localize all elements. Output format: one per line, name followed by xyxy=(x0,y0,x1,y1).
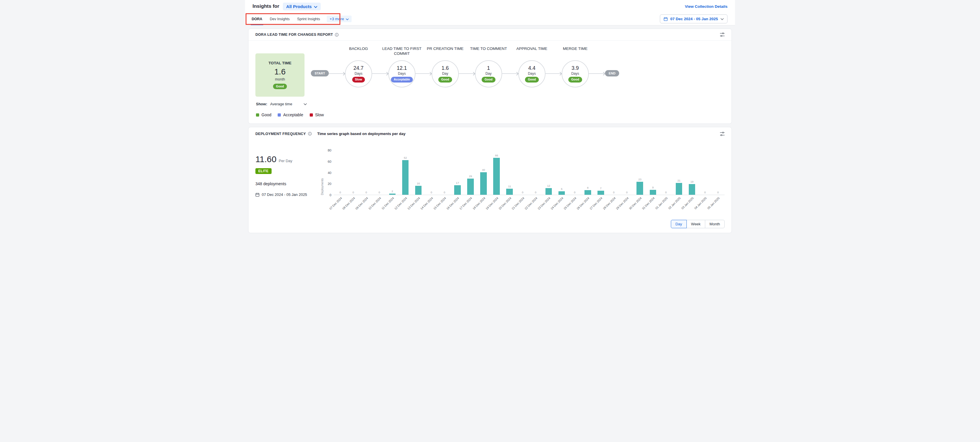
granularity-month-button[interactable]: Month xyxy=(705,220,725,228)
calendar-icon xyxy=(663,17,668,21)
bar-slot: 2330 Dec 2024 xyxy=(633,151,646,195)
stage-unit: Days xyxy=(571,71,579,76)
stage-circle[interactable]: 4.4DaysGood xyxy=(518,60,546,87)
bar-value-label: 8 xyxy=(587,186,589,189)
bar-value-label: 0 xyxy=(379,191,380,194)
bar-value-label: 66 xyxy=(495,154,498,157)
stage-label: BACKLOG xyxy=(337,46,380,60)
flow-arrow xyxy=(415,73,432,74)
bar-value-label: 29 xyxy=(469,174,472,178)
stage-circle[interactable]: 1.6DayGood xyxy=(432,60,459,87)
stage-circle[interactable]: 24.7DaysSlow xyxy=(345,60,372,87)
total-time-label: TOTAL TIME xyxy=(269,61,291,65)
show-metric-selector[interactable]: Average time xyxy=(270,102,307,106)
widget-settings-icon[interactable] xyxy=(720,132,725,136)
bar-value-label: 12 xyxy=(547,184,550,187)
bar-slot: 624 Dec 2024 xyxy=(555,151,568,195)
info-icon[interactable] xyxy=(308,132,312,136)
deployment-bar[interactable] xyxy=(454,185,461,195)
bar-value-label: 0 xyxy=(535,191,536,194)
legend-swatch xyxy=(256,113,259,117)
deployment-title-text: DEPLOYMENT FREQUENCY xyxy=(255,132,306,136)
flow-arrow xyxy=(502,73,518,74)
info-icon[interactable] xyxy=(335,33,339,36)
tab-dev-insights[interactable]: Dev Insights xyxy=(266,13,294,25)
stage-badge: Good xyxy=(482,77,495,82)
lead-time-legend: GoodAcceptableSlow xyxy=(256,112,725,117)
bar-value-label: 23 xyxy=(638,178,641,181)
stage-lead-time-to-first-commit[interactable]: LEAD TIME TO FIRST COMMIT12.1DaysAccepta… xyxy=(388,46,415,87)
deployment-bar[interactable] xyxy=(402,160,409,195)
deployment-bar[interactable] xyxy=(415,186,422,195)
bar-value-label: 0 xyxy=(705,191,706,194)
more-tabs-label: +3 more xyxy=(330,17,344,21)
deployment-bar[interactable] xyxy=(467,179,474,195)
bar-slot: 021 Dec 2024 xyxy=(516,151,529,195)
bar-slot: 2917 Dec 2024 xyxy=(464,151,477,195)
bar-value-label: 16 xyxy=(417,182,420,185)
bar-slot: 008 Dec 2024 xyxy=(347,151,360,195)
view-collection-details-link[interactable]: View Collection Details xyxy=(685,4,727,9)
deployment-bar[interactable] xyxy=(598,191,604,195)
bar-value-label: 0 xyxy=(353,191,354,194)
tab-dora[interactable]: DORA xyxy=(248,13,266,25)
bar-value-label: 9 xyxy=(652,186,654,189)
granularity-day-button[interactable]: Day xyxy=(671,220,687,228)
stage-unit: Day xyxy=(485,71,492,76)
bar-value-label: 7 xyxy=(600,187,601,190)
page: Insights for All Products View Collectio… xyxy=(245,0,735,233)
bar-slot: 014 Dec 2024 xyxy=(425,151,438,195)
stage-unit: Day xyxy=(442,71,448,76)
bar-slot: 727 Dec 2024 xyxy=(594,151,607,195)
deployment-bar[interactable] xyxy=(650,190,656,195)
stage-approval-time[interactable]: APPROVAL TIME4.4DaysGood xyxy=(518,46,546,87)
deployment-bar[interactable] xyxy=(676,183,682,195)
stage-backlog[interactable]: BACKLOG24.7DaysSlow xyxy=(345,46,372,87)
y-axis: 020406080 xyxy=(324,151,334,195)
deployment-bar[interactable] xyxy=(584,190,591,195)
granularity-week-button[interactable]: Week xyxy=(686,220,705,228)
lead-time-card-title: DORA LEAD TIME FOR CHANGES REPORT xyxy=(255,33,339,36)
date-range-picker[interactable]: 07 Dec 2024 - 05 Jan 2025 xyxy=(660,14,727,23)
deployments-chart: Deployments 020406080 007 Dec 2024008 De… xyxy=(321,141,725,220)
bar-value-label: 17 xyxy=(456,181,459,184)
bar-value-label: 0 xyxy=(574,191,576,194)
stage-circle[interactable]: 3.9DaysGood xyxy=(562,60,589,87)
page-title: Insights for xyxy=(253,3,279,9)
legend-item-slow: Slow xyxy=(310,112,324,117)
deployment-bar[interactable] xyxy=(493,158,500,195)
end-pill: END xyxy=(605,70,619,76)
show-metric-value: Average time xyxy=(270,102,292,106)
stage-circle[interactable]: 1DayGood xyxy=(475,60,502,87)
legend-label: Acceptable xyxy=(283,112,303,117)
stage-label: APPROVAL TIME xyxy=(510,46,554,60)
tab-sprint-insights[interactable]: Sprint Insights xyxy=(294,13,324,25)
stage-circle[interactable]: 12.1DaysAcceptable xyxy=(388,60,415,87)
bar-slot: 015 Dec 2024 xyxy=(438,151,451,195)
tab-bar: DORADev InsightsSprint Insights +3 more xyxy=(248,13,352,25)
deployment-bar[interactable] xyxy=(389,193,396,195)
flow-arrow xyxy=(546,73,562,74)
granularity-switcher: DayWeekMonth xyxy=(248,220,732,233)
deployment-date-range: 07 Dec 2024 - 05 Jan 2025 xyxy=(255,192,321,197)
product-selector[interactable]: All Products xyxy=(283,3,321,10)
deployment-bar[interactable] xyxy=(636,182,643,195)
deployment-bar[interactable] xyxy=(558,191,565,195)
stage-pr-creation-time[interactable]: PR CREATION TIME1.6DayGood xyxy=(432,46,459,87)
deployment-bar[interactable] xyxy=(689,184,695,195)
stage-badge: Good xyxy=(568,77,582,82)
widget-settings-icon[interactable] xyxy=(720,33,725,36)
legend-item-good: Good xyxy=(256,112,271,117)
more-tabs-button[interactable]: +3 more xyxy=(327,16,352,22)
deployment-bar[interactable] xyxy=(506,189,513,195)
deployment-frequency-card: DEPLOYMENT FREQUENCY Time series graph b… xyxy=(248,127,732,233)
stage-merge-time[interactable]: MERGE TIME3.9DaysGood xyxy=(562,46,589,87)
top-bar: Insights for All Products View Collectio… xyxy=(245,0,735,25)
deployment-bar[interactable] xyxy=(546,188,552,195)
bar-slot: 931 Dec 2024 xyxy=(646,151,659,195)
bar-value-label: 0 xyxy=(444,191,445,194)
stage-time-to-comment[interactable]: TIME TO COMMENT1DayGood xyxy=(475,46,502,87)
stage-value: 12.1 xyxy=(397,65,407,71)
deployment-bar[interactable] xyxy=(480,172,487,195)
y-axis-title: Deployments xyxy=(321,151,324,195)
